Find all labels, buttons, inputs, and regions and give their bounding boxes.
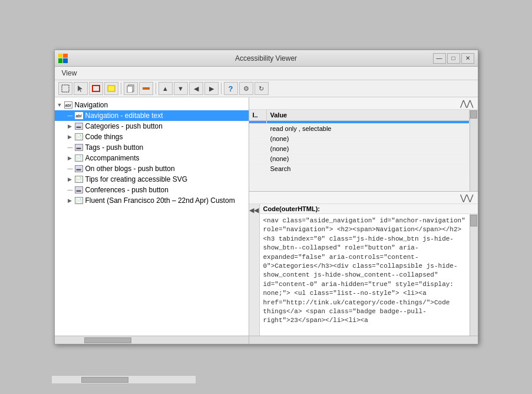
tree-icon-svg-tips: 📄 <box>75 176 83 183</box>
tree-arrow-tags: — <box>68 145 75 150</box>
tree-item-other-blogs[interactable]: — ▬ On other blogs - push button <box>55 163 249 174</box>
tree-arrow-svg-tips: ▶ <box>68 176 75 182</box>
tree-item-tags[interactable]: — ▬ Tags - push button <box>55 142 249 153</box>
tree-icon-other-blogs: ▬ <box>75 165 83 172</box>
col-index-header: I.. <box>249 110 267 120</box>
navigate-up-button[interactable]: ▲ <box>158 82 173 95</box>
properties-table-header: I.. Value <box>249 110 470 121</box>
tree-item-svg-tips[interactable]: ▶ 📄 Tips for creating accessible SVG <box>55 174 249 185</box>
svg-rect-5 <box>127 86 133 93</box>
tree-label-other-blogs: On other blogs - push button <box>85 165 175 173</box>
code-content-area: Code(outerHTML): <nav class="aside_navig… <box>260 204 478 336</box>
cursor-button[interactable] <box>74 82 88 95</box>
tree-icon-conferences: ▬ <box>75 186 83 193</box>
tree-arrow-editable: — <box>68 113 75 119</box>
main-content: ▼ abl Navigation — abl Navigation - edit… <box>55 97 478 336</box>
tree-icon-accompaniments: 📄 <box>75 155 83 162</box>
table-row[interactable]: (none) <box>249 144 470 154</box>
properties-table-body: read only , selectable (none) (none) <box>249 121 470 191</box>
maximize-button[interactable]: □ <box>447 53 460 64</box>
menu-bar: View <box>55 67 478 80</box>
table-row[interactable]: read only , selectable <box>249 124 470 134</box>
tree-item-nav-editable[interactable]: — abl Navigation - editable text <box>55 110 249 121</box>
row5-col1 <box>249 164 267 173</box>
right-panel: ⋀⋀ I.. Value <box>249 97 478 336</box>
collapse-top-button[interactable]: ⋀⋀ <box>458 98 475 108</box>
navigate-down-button[interactable]: ▼ <box>174 82 188 95</box>
table-row[interactable]: (none) <box>249 154 470 164</box>
left-hscroll[interactable] <box>55 336 249 344</box>
tree-arrow-categories: ▶ <box>68 123 75 129</box>
code-panel-header: ⋁⋁ <box>249 192 478 204</box>
properties-panel: ⋀⋀ I.. Value <box>249 97 478 192</box>
tree-arrow-code-things: ▶ <box>68 134 75 140</box>
select-box-button[interactable] <box>58 82 72 95</box>
tree-label-conferences: Conferences - push button <box>85 186 168 194</box>
refresh-button[interactable]: ↻ <box>255 82 269 95</box>
tree-item-accompaniments[interactable]: ▶ 📄 Accompaniments <box>55 153 249 163</box>
navigate-right-button[interactable]: ▶ <box>204 82 219 95</box>
tree-arrow-accompaniments: ▶ <box>68 155 75 161</box>
title-bar-left <box>58 54 68 63</box>
minimize-button[interactable]: — <box>433 53 446 64</box>
copy-button[interactable] <box>124 82 138 95</box>
tree-icon-nav-root: abl <box>64 101 72 109</box>
row0-col2 <box>267 121 470 123</box>
properties-scrollbar[interactable] <box>470 110 478 191</box>
row1-col2: read only , selectable <box>267 124 470 133</box>
tree-icon-code-things: 📄 <box>75 133 83 140</box>
svg-rect-0 <box>62 85 69 92</box>
tree-item-code-things[interactable]: ▶ 📄 Code things <box>55 132 249 142</box>
properties-content: I.. Value read only , selectable <box>249 110 470 191</box>
svg-rect-3 <box>108 86 115 91</box>
help-button[interactable]: ? <box>224 82 238 95</box>
row1-col1 <box>249 124 267 133</box>
bottom-bar <box>55 336 478 344</box>
left-collapse-panel: ◀◀ <box>249 204 260 336</box>
highlight-button[interactable] <box>139 82 153 95</box>
row5-col2: Search <box>267 164 470 173</box>
tree-icon-fluent: 📄 <box>75 197 83 204</box>
tree-panel: ▼ abl Navigation — abl Navigation - edit… <box>55 97 249 336</box>
window-controls: — □ ✕ <box>433 53 474 64</box>
window-title: Accessibility Viewer <box>235 54 297 63</box>
tree-label-categories: Categories - push button <box>85 122 163 130</box>
row2-col2: (none) <box>267 134 470 143</box>
svg-rect-2 <box>92 86 100 91</box>
close-button[interactable]: ✕ <box>461 53 474 64</box>
red-outline-button[interactable] <box>89 82 103 95</box>
tree-item-fluent[interactable]: ▶ 📄 Fluent (San Francisco 20th – 22nd Ap… <box>55 195 249 206</box>
view-menu[interactable]: View <box>58 68 81 78</box>
yellow-outline-button[interactable] <box>104 82 118 95</box>
title-bar: Accessibility Viewer — □ ✕ <box>55 50 478 67</box>
code-panel: ⋁⋁ ◀◀ Code(outerHTML): <nav class="aside… <box>249 192 478 336</box>
tree-label-code-things: Code things <box>85 133 123 141</box>
collapse-code-button[interactable]: ⋁⋁ <box>458 193 475 202</box>
properties-panel-header: ⋀⋀ <box>249 97 478 110</box>
tree-label-nav-root: Navigation <box>75 101 108 109</box>
code-label: Code(outerHTML): <box>260 204 478 214</box>
tree-label-editable: Navigation - editable text <box>85 111 163 120</box>
tree-arrow-fluent: ▶ <box>68 198 75 203</box>
code-text: <nav class="aside_navigation" id="anchor… <box>260 214 470 336</box>
tree-item-conferences[interactable]: — ▬ Conferences - push button <box>55 185 249 195</box>
row2-col1 <box>249 134 267 143</box>
row4-col2: (none) <box>267 154 470 163</box>
tree-item-categories[interactable]: ▶ ▬ Categories - push button <box>55 121 249 132</box>
row3-col1 <box>249 144 267 153</box>
tree-icon-tags: ▬ <box>75 144 83 151</box>
left-collapse-button[interactable]: ◀◀ <box>249 206 259 214</box>
table-row[interactable]: Search <box>249 164 470 174</box>
code-scrollbar[interactable] <box>470 214 478 336</box>
row4-col1 <box>249 154 267 163</box>
settings-button[interactable]: ⚙ <box>239 82 253 95</box>
tree-item-nav-root[interactable]: ▼ abl Navigation <box>55 100 249 110</box>
tree-label-fluent: Fluent (San Francisco 20th – 22nd Apr) C… <box>85 196 235 205</box>
navigate-left-button[interactable]: ◀ <box>189 82 203 95</box>
table-row[interactable]: (none) <box>249 134 470 144</box>
main-window: Accessibility Viewer — □ ✕ View <box>54 50 478 344</box>
properties-table-container: I.. Value read only , selectable <box>249 110 478 191</box>
tree-arrow-conferences: — <box>68 187 75 193</box>
tree-label-tags: Tags - push button <box>85 143 144 152</box>
tree-label-accompaniments: Accompaniments <box>85 154 140 162</box>
